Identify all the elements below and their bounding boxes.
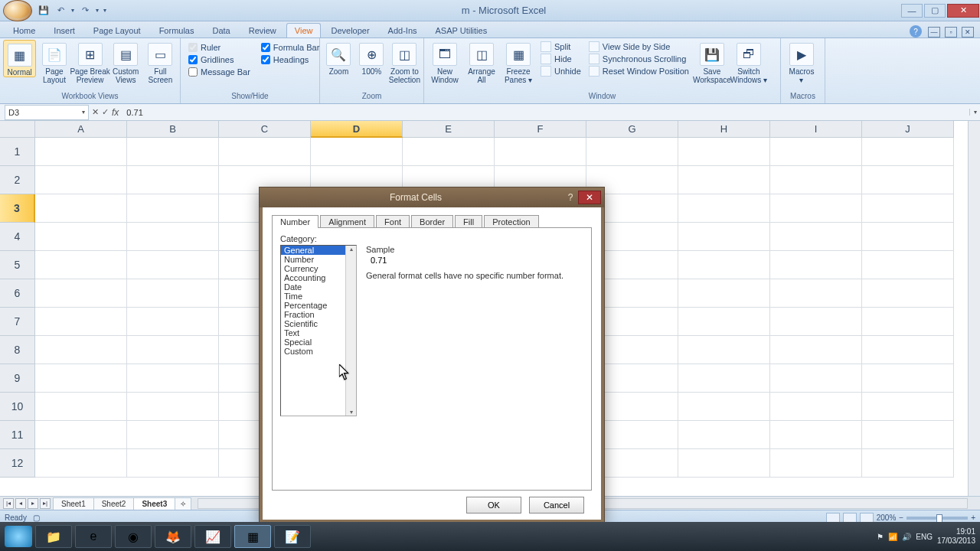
cell-J11[interactable] <box>862 421 954 449</box>
cell-B6[interactable] <box>127 279 219 308</box>
column-header-H[interactable]: H <box>678 121 770 138</box>
next-sheet-button[interactable]: ▸ <box>28 498 38 509</box>
row-header-5[interactable]: 5 <box>0 251 35 279</box>
cell-H2[interactable] <box>678 166 770 194</box>
cell-H5[interactable] <box>678 251 770 279</box>
split-button[interactable]: Split <box>541 41 581 52</box>
dialog-close-button[interactable]: ✕ <box>578 191 601 204</box>
cell-I6[interactable] <box>770 279 862 308</box>
arrange-all-button[interactable]: ◫Arrange All <box>464 40 499 84</box>
tray-clock[interactable]: 19:0117/03/2013 <box>937 527 975 546</box>
cell-J12[interactable] <box>862 449 954 478</box>
save-icon[interactable]: 💾 <box>37 4 51 18</box>
row-header-7[interactable]: 7 <box>0 308 35 336</box>
vertical-scrollbar[interactable] <box>968 121 980 496</box>
cell-A9[interactable] <box>35 364 127 393</box>
cell-A3[interactable] <box>35 194 127 223</box>
zoom-in-button[interactable]: + <box>971 514 975 522</box>
cell-A7[interactable] <box>35 308 127 336</box>
row-header-9[interactable]: 9 <box>0 364 35 393</box>
cell-J4[interactable] <box>862 223 954 251</box>
sheet-tab-2[interactable]: Sheet2 <box>93 497 135 510</box>
zoom-level[interactable]: 200% <box>877 514 897 522</box>
new-window-button[interactable]: 🗔New Window <box>427 40 462 84</box>
first-sheet-button[interactable]: |◂ <box>3 498 14 509</box>
cell-H10[interactable] <box>678 393 770 421</box>
zoom-slider[interactable] <box>906 517 968 520</box>
minimize-button[interactable]: — <box>901 4 923 18</box>
dialog-tab-number[interactable]: Number <box>272 215 318 228</box>
cell-A12[interactable] <box>35 449 127 478</box>
sync-scroll-button[interactable]: Synchronous Scrolling <box>589 54 690 64</box>
cell-I3[interactable] <box>770 194 862 223</box>
custom-views-button[interactable]: ▤Custom Views <box>109 40 142 84</box>
scroll-up-icon[interactable]: ▴ <box>350 246 353 253</box>
tab-developer[interactable]: Developer <box>322 23 377 37</box>
tray-network-icon[interactable]: 📶 <box>888 533 897 541</box>
cell-H9[interactable] <box>678 364 770 393</box>
ok-button[interactable]: OK <box>466 497 521 514</box>
row-header-10[interactable]: 10 <box>0 393 35 421</box>
taskbar-ie[interactable]: e <box>75 525 112 548</box>
cell-I5[interactable] <box>770 251 862 279</box>
column-header-F[interactable]: F <box>495 121 586 138</box>
cancel-formula-icon[interactable]: ✕ <box>92 107 99 118</box>
gridlines-checkbox[interactable]: Gridlines <box>188 55 250 64</box>
select-all-corner[interactable] <box>0 121 35 138</box>
cell-J5[interactable] <box>862 251 954 279</box>
dialog-tab-alignment[interactable]: Alignment <box>320 215 374 228</box>
page-layout-button[interactable]: 📄Page Layout <box>38 40 70 84</box>
row-header-8[interactable]: 8 <box>0 336 35 364</box>
macro-record-icon[interactable]: ▢ <box>33 514 40 522</box>
undo-dropdown-icon[interactable]: ▾ <box>70 7 75 14</box>
hide-button[interactable]: Hide <box>541 54 581 64</box>
unhide-button[interactable]: Unhide <box>541 66 581 77</box>
cell-H7[interactable] <box>678 308 770 336</box>
cell-B12[interactable] <box>127 449 219 478</box>
row-header-4[interactable]: 4 <box>0 223 35 251</box>
tab-asap[interactable]: ASAP Utilities <box>427 23 496 37</box>
row-header-3[interactable]: 3 <box>0 194 35 223</box>
taskbar-explorer[interactable]: 📁 <box>35 525 72 548</box>
sheet-tab-3[interactable]: Sheet3 <box>133 497 175 510</box>
page-break-button[interactable]: ⊞Page Break Preview <box>73 40 108 84</box>
cell-A5[interactable] <box>35 251 127 279</box>
cell-A11[interactable] <box>35 421 127 449</box>
sheet-tab-1[interactable]: Sheet1 <box>53 497 94 510</box>
formula-input[interactable]: 0.71 <box>122 108 969 117</box>
tab-formulas[interactable]: Formulas <box>151 23 203 37</box>
row-header-6[interactable]: 6 <box>0 279 35 308</box>
tab-data[interactable]: Data <box>204 23 238 37</box>
dialog-tab-fill[interactable]: Fill <box>455 215 482 228</box>
help-icon[interactable]: ? <box>910 25 922 37</box>
cell-J2[interactable] <box>862 166 954 194</box>
cell-A8[interactable] <box>35 336 127 364</box>
system-tray[interactable]: ⚑ 📶 🔊 ENG 19:0117/03/2013 <box>877 527 975 546</box>
message-bar-checkbox[interactable]: Message Bar <box>188 67 250 77</box>
formula-bar-checkbox[interactable]: Formula Bar <box>261 43 320 52</box>
zoom-button[interactable]: 🔍Zoom <box>323 40 354 76</box>
cell-A6[interactable] <box>35 279 127 308</box>
cell-H8[interactable] <box>678 336 770 364</box>
cell-I1[interactable] <box>770 138 862 166</box>
new-sheet-button[interactable]: ✧ <box>175 497 191 510</box>
row-header-11[interactable]: 11 <box>0 421 35 449</box>
tray-volume-icon[interactable]: 🔊 <box>902 533 911 541</box>
dialog-help-icon[interactable]: ? <box>563 192 578 203</box>
cell-I9[interactable] <box>770 364 862 393</box>
cell-I2[interactable] <box>770 166 862 194</box>
column-header-B[interactable]: B <box>127 121 219 138</box>
ruler-checkbox[interactable]: Ruler <box>188 43 250 52</box>
cell-B11[interactable] <box>127 421 219 449</box>
cell-I7[interactable] <box>770 308 862 336</box>
taskbar-firefox[interactable]: 🦊 <box>155 525 191 548</box>
freeze-panes-button[interactable]: ▦Freeze Panes ▾ <box>501 40 536 84</box>
last-sheet-button[interactable]: ▸| <box>40 498 51 509</box>
row-header-2[interactable]: 2 <box>0 166 35 194</box>
column-header-D[interactable]: D <box>311 121 403 138</box>
namebox-dropdown-icon[interactable]: ▾ <box>82 109 85 116</box>
prev-sheet-button[interactable]: ◂ <box>15 498 26 509</box>
cell-H4[interactable] <box>678 223 770 251</box>
cell-H11[interactable] <box>678 421 770 449</box>
tray-language[interactable]: ENG <box>916 533 933 541</box>
